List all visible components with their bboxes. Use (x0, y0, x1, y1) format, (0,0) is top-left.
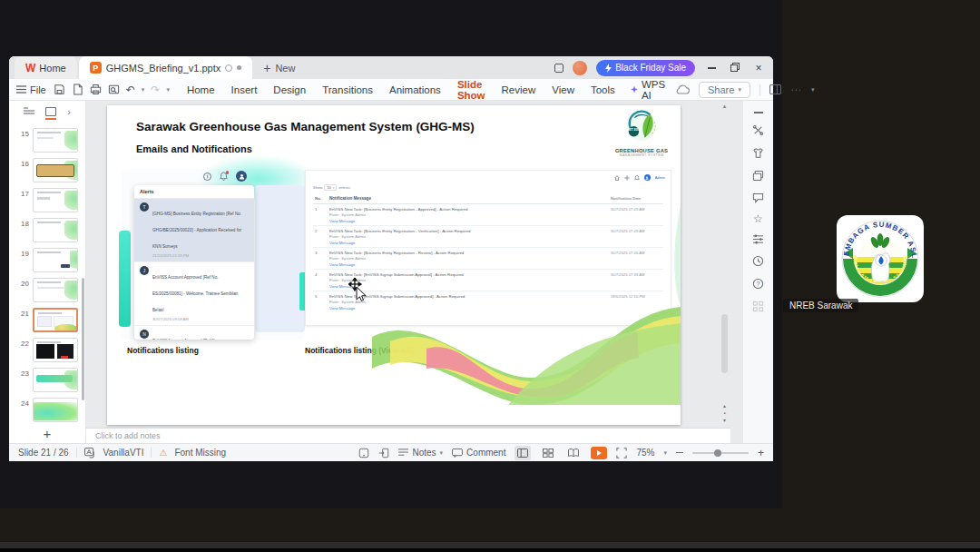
zoom-level[interactable]: 75% (636, 448, 654, 458)
print-preview-icon[interactable] (108, 84, 120, 95)
thumbnail-slide-20[interactable]: 20 (15, 278, 78, 302)
menu-animations[interactable]: Animations (381, 81, 449, 98)
fullscreen-icon[interactable] (616, 448, 627, 458)
slide-21[interactable]: Sarawak Greenhouse Gas Management System… (107, 105, 681, 425)
font-missing-warning[interactable]: Font Missing (174, 448, 226, 458)
thumbnail-scrollbar[interactable] (82, 278, 84, 400)
repair-tools-icon[interactable] (752, 124, 764, 136)
mockup-topbar-icons: Admin (306, 171, 671, 182)
alert-time: 30/07/2025 09:09 AM (152, 317, 249, 321)
thumbnail-slide-19[interactable]: 19 (15, 248, 78, 272)
scrollbar-thumb[interactable] (721, 314, 728, 373)
help-icon[interactable]: ? (752, 278, 764, 290)
undo-caret-icon[interactable]: ▾ (142, 86, 145, 94)
zoom-slider[interactable] (692, 452, 749, 454)
add-slide-button[interactable]: + (9, 426, 85, 441)
reading-view-button[interactable] (565, 446, 582, 460)
cloud-sync-icon[interactable] (675, 84, 690, 94)
window-tab-bar: W Home P GHGMS_Briefing_v1.pptx + New (9, 56, 773, 79)
undo-button[interactable]: ↶ (126, 84, 135, 96)
alert-item: J EnVISS Account Approved [Ref No. ES/20… (134, 262, 254, 326)
black-friday-sale-button[interactable]: Black Friday Sale (596, 60, 695, 76)
participant-name-label: NREB Sarawak (783, 299, 858, 312)
slideshow-play-button[interactable] (591, 447, 607, 459)
spellcheck-language-icon[interactable] (84, 448, 96, 458)
menu-slide-show[interactable]: Slide Show (449, 75, 494, 104)
slide-settings-icon[interactable] (358, 448, 369, 458)
menu-view[interactable]: View (544, 81, 583, 98)
thumbnail-slide-16[interactable]: 16 (15, 158, 78, 182)
thumbnail-slide-24[interactable]: 24 (15, 398, 78, 422)
fit-slide-icon[interactable] (378, 448, 389, 458)
normal-view-button[interactable] (514, 446, 531, 460)
slide-view-icon[interactable] (45, 107, 56, 116)
zoom-caret-icon[interactable]: ▾ (663, 449, 667, 457)
close-button[interactable]: × (751, 61, 766, 75)
thumbnail-slide-23[interactable]: 23 (15, 368, 78, 392)
comment-button[interactable]: Comment (452, 448, 505, 458)
vertical-scrollbar[interactable]: ▴ ▴▪▾ (719, 101, 730, 428)
scroll-up-icon[interactable]: ▴ (719, 103, 730, 110)
alert-item: N EnVISS Account Approved [Ref No. ES/20… (134, 326, 254, 340)
play-icon (597, 450, 602, 456)
thumbnail-slide-15[interactable]: 15 (15, 128, 78, 153)
menu-home[interactable]: Home (179, 81, 223, 98)
restore-button[interactable] (728, 61, 742, 75)
slide-title[interactable]: Sarawak Greenhouse Gas Management System… (136, 120, 475, 133)
menu-transitions[interactable]: Transitions (314, 81, 381, 98)
menu-tools[interactable]: Tools (583, 81, 623, 98)
comment-panel-icon[interactable] (752, 192, 764, 203)
language-status[interactable]: VanillaVTI (103, 448, 144, 458)
export-pdf-icon[interactable] (72, 84, 83, 95)
new-tab-button[interactable]: + New (263, 61, 295, 75)
panel-decoration (255, 185, 305, 332)
zoom-in-button[interactable]: + (758, 447, 764, 459)
skin-template-icon[interactable] (752, 147, 764, 159)
menu-insert[interactable]: Insert (223, 81, 266, 98)
apps-grid-icon[interactable] (752, 301, 764, 312)
slide-sorter-view-button[interactable] (540, 446, 556, 460)
sidebar-toggle-icon[interactable] (769, 84, 781, 94)
document-tab[interactable]: P GHGMS_Briefing_v1.pptx (79, 56, 253, 79)
save-icon[interactable] (54, 84, 65, 95)
minimize-button[interactable] (704, 61, 719, 75)
settings-sliders-icon[interactable] (752, 234, 764, 244)
menu-wps-ai[interactable]: WPS AI (623, 79, 675, 101)
outline-view-icon[interactable] (24, 107, 34, 116)
thumbnail-slide-17[interactable]: 17 (15, 188, 78, 212)
notes-toggle-label: Notes (412, 448, 436, 458)
thumbnail-slide-21-selected[interactable]: 21 (15, 308, 78, 332)
left-caption[interactable]: Notifications listing (127, 346, 199, 355)
slide-subtitle[interactable]: Emails and Notifications (136, 143, 252, 154)
collapse-panel-icon[interactable]: › (67, 106, 71, 117)
thumbnail-preview (33, 278, 78, 302)
alerts-mockup-image[interactable]: i Alerts (122, 165, 305, 343)
menu-review[interactable]: Review (494, 81, 544, 98)
switch-window-icon[interactable] (752, 170, 764, 182)
home-tab[interactable]: W Home (15, 56, 77, 79)
menu-design[interactable]: Design (265, 81, 314, 98)
new-tab-label: New (275, 63, 295, 74)
more-options-icon[interactable]: ⋯ (790, 84, 802, 96)
hide-panel-icon[interactable] (754, 112, 763, 113)
print-icon[interactable] (90, 84, 102, 95)
notes-toggle[interactable]: Notes ▾ (398, 448, 443, 458)
tab-overview-icon[interactable] (554, 64, 564, 73)
collapse-ribbon-icon[interactable]: ▾ (811, 86, 815, 94)
zoom-slider-knob[interactable] (714, 449, 721, 457)
share-button[interactable]: Share ▾ (699, 82, 750, 98)
account-avatar[interactable] (573, 61, 587, 75)
zoom-out-button[interactable] (676, 452, 683, 454)
alert-text: EnVISS Account Approved [Ref No. ES/2025… (152, 275, 238, 312)
notes-pane[interactable]: Click to add notes (86, 428, 730, 443)
thumbnail-slide-22[interactable]: 22 (15, 338, 78, 362)
file-menu[interactable]: File (16, 84, 46, 95)
redo-button[interactable]: ↷ (151, 84, 160, 96)
history-icon[interactable] (752, 255, 764, 267)
qat-expand-icon[interactable]: ▾ (166, 86, 170, 94)
slide-nav-buttons[interactable]: ▴▪▾ (719, 402, 730, 424)
favorites-icon[interactable]: ☆ (753, 214, 763, 223)
thumbnail-preview (33, 158, 78, 182)
divider (151, 448, 152, 458)
thumbnail-slide-18[interactable]: 18 (15, 218, 78, 242)
